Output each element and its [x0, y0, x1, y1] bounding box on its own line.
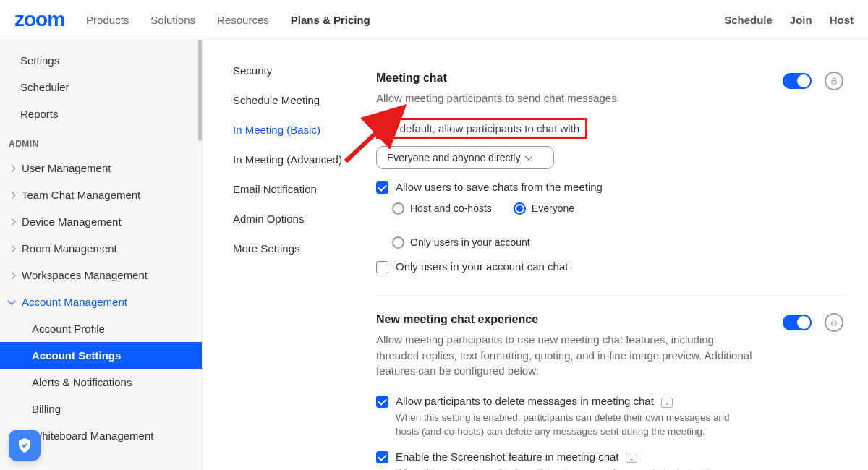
sidebar-alerts[interactable]: Alerts & Notifications: [0, 369, 202, 396]
chevron-right-icon: [7, 191, 15, 199]
subnav-in-meeting-advanced[interactable]: In Meeting (Advanced): [233, 145, 376, 174]
subnav-in-meeting-basic[interactable]: In Meeting (Basic): [233, 115, 376, 145]
lock-icon[interactable]: [825, 313, 843, 332]
chevron-down-icon: [7, 296, 15, 304]
sidebar-workspaces-label: Workspaces Management: [22, 269, 148, 281]
new-chat-desc: Allow meeting participants to use new me…: [376, 332, 752, 379]
nav-resources[interactable]: Resources: [217, 14, 269, 26]
logo[interactable]: zoom: [14, 8, 64, 31]
save-chats-radios: Host and co-hosts Everyone Only users in…: [392, 202, 638, 249]
nav-host[interactable]: Host: [830, 14, 854, 26]
radio-everyone-label: Everyone: [532, 202, 574, 214]
default-chat-dropdown[interactable]: Everyone and anyone directly: [376, 146, 554, 169]
toggle-knob: [797, 74, 810, 87]
new-chat-title: New meeting chat experience: [376, 313, 752, 326]
scrollbar[interactable]: [198, 40, 202, 470]
default-chat-label: By default, allow participants to chat w…: [376, 118, 587, 139]
screenshot-checkbox[interactable]: [376, 451, 388, 463]
save-chats-label: Allow users to save chats from the meeti…: [396, 181, 603, 193]
radio-only-account[interactable]: Only users in your account: [392, 236, 638, 249]
svg-rect-1: [832, 322, 836, 325]
info-icon[interactable]: ⌄: [626, 453, 637, 463]
sidebar-billing[interactable]: Billing: [0, 396, 202, 422]
top-nav: zoom Products Solutions Resources Plans …: [0, 0, 868, 40]
chevron-right-icon: [7, 164, 15, 172]
sidebar-device-management[interactable]: Device Management: [0, 208, 202, 235]
delete-msgs-checkbox[interactable]: [376, 396, 388, 408]
sidebar-workspaces-management[interactable]: Workspaces Management: [0, 262, 202, 289]
chevron-down-icon: [525, 152, 533, 160]
meeting-chat-controls: [783, 72, 843, 90]
setting-new-chat-experience: New meeting chat experience Allow meetin…: [376, 295, 843, 470]
info-icon[interactable]: ⌄: [661, 398, 673, 408]
sidebar-room-label: Room Management: [22, 242, 117, 255]
radio-icon: [392, 236, 404, 249]
radio-icon: [392, 202, 404, 215]
subnav-more-settings[interactable]: More Settings: [233, 234, 376, 263]
sidebar-admin-heading: ADMIN: [0, 127, 202, 155]
sidebar-account-settings[interactable]: Account Settings: [0, 342, 202, 369]
meeting-chat-desc: Allow meeting participants to send chat …: [376, 90, 752, 106]
nav-secondary: Schedule Join Host: [724, 14, 854, 26]
screenshot-label: Enable the Screenshot feature in meeting…: [396, 450, 619, 463]
delete-msgs-row: Allow participants to delete messages in…: [376, 395, 752, 439]
nav-schedule[interactable]: Schedule: [724, 14, 773, 26]
nav-solutions[interactable]: Solutions: [150, 14, 195, 26]
sidebar-team-chat-label: Team Chat Management: [22, 189, 140, 201]
radio-everyone[interactable]: Everyone: [514, 202, 574, 215]
main-content[interactable]: Meeting chat Allow meeting participants …: [376, 40, 868, 470]
new-chat-toggle[interactable]: [783, 315, 812, 330]
only-account-chat-label: Only users in your account can chat: [396, 260, 568, 273]
sidebar-account-profile[interactable]: Account Profile: [0, 315, 202, 342]
sidebar-team-chat-management[interactable]: Team Chat Management: [0, 181, 202, 208]
chevron-right-icon: [7, 271, 15, 279]
sidebar[interactable]: Settings Scheduler Reports ADMIN User Ma…: [0, 40, 203, 470]
radio-icon: [514, 202, 526, 215]
sidebar-room-management[interactable]: Room Management: [0, 235, 202, 262]
subnav-security[interactable]: Security: [233, 56, 376, 85]
nav-plans[interactable]: Plans & Pricing: [291, 14, 370, 26]
radio-host-label: Host and co-hosts: [410, 202, 492, 214]
sidebar-device-label: Device Management: [22, 215, 122, 228]
subnav-schedule-meeting[interactable]: Schedule Meeting: [233, 85, 376, 115]
nav-join[interactable]: Join: [790, 14, 812, 26]
radio-host-cohosts[interactable]: Host and co-hosts: [392, 202, 492, 215]
sidebar-account-label: Account Management: [22, 296, 127, 308]
subnav-admin-options[interactable]: Admin Options: [233, 204, 376, 234]
new-chat-controls: [783, 313, 843, 332]
setting-meeting-chat: Meeting chat Allow meeting participants …: [376, 54, 843, 295]
settings-subnav: Security Schedule Meeting In Meeting (Ba…: [203, 40, 376, 470]
shield-badge-icon[interactable]: [9, 430, 41, 461]
toggle-knob: [797, 316, 810, 329]
lock-icon[interactable]: [825, 72, 843, 90]
sidebar-scheduler[interactable]: Scheduler: [0, 74, 202, 101]
only-account-chat-row: Only users in your account can chat: [376, 260, 752, 273]
save-chats-checkbox[interactable]: [376, 181, 388, 194]
sidebar-settings[interactable]: Settings: [0, 47, 202, 74]
meeting-chat-title: Meeting chat: [376, 72, 752, 85]
chevron-right-icon: [7, 244, 15, 252]
nav-products[interactable]: Products: [86, 14, 129, 26]
screenshot-row: Enable the Screenshot feature in meeting…: [376, 450, 752, 470]
layout: Settings Scheduler Reports ADMIN User Ma…: [0, 40, 868, 470]
subnav-email-notification[interactable]: Email Notification: [233, 174, 376, 204]
sidebar-user-management[interactable]: User Management: [0, 155, 202, 181]
sidebar-account-management[interactable]: Account Management: [0, 289, 202, 315]
default-chat-dropdown-value: Everyone and anyone directly: [387, 152, 520, 163]
radio-only-account-label: Only users in your account: [410, 236, 530, 248]
sidebar-reports[interactable]: Reports: [0, 101, 202, 127]
only-account-chat-checkbox[interactable]: [376, 261, 388, 273]
save-chats-checkbox-row: Allow users to save chats from the meeti…: [376, 181, 752, 194]
nav-primary: Products Solutions Resources Plans & Pri…: [86, 14, 370, 26]
sidebar-user-management-label: User Management: [22, 162, 111, 174]
svg-rect-0: [832, 81, 836, 85]
meeting-chat-toggle[interactable]: [783, 73, 812, 89]
delete-msgs-label: Allow participants to delete messages in…: [396, 395, 654, 407]
delete-msgs-help: When this setting is enabled, participan…: [396, 411, 752, 439]
chevron-right-icon: [7, 218, 15, 226]
screenshot-help: When this setting is enabled, participan…: [396, 466, 752, 470]
